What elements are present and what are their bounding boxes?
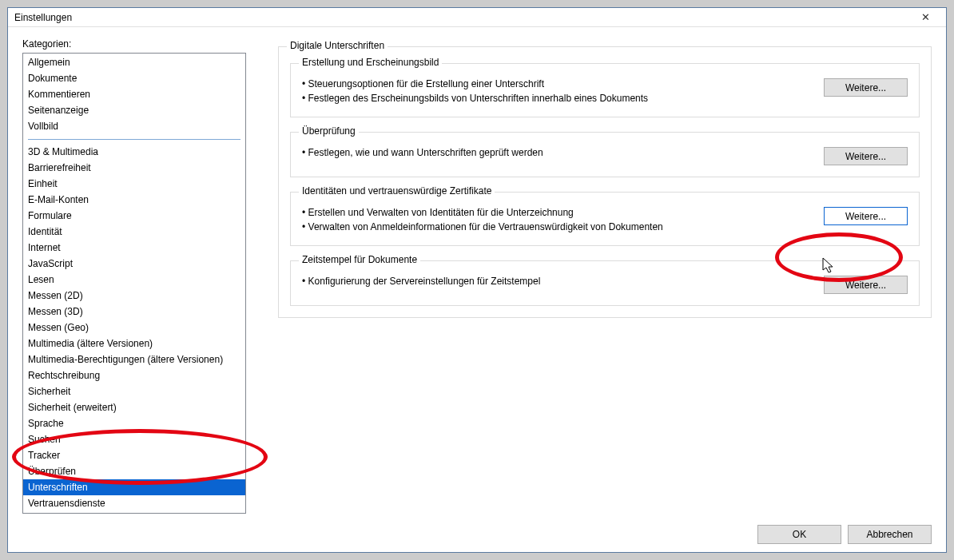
- category-item[interactable]: Tracker: [23, 447, 245, 463]
- category-item[interactable]: Einheit: [23, 176, 245, 192]
- group-description: • Erstellen und Verwalten von Identitäte…: [302, 205, 824, 234]
- bullet-text: • Festlegen, wie und wann Unterschriften…: [302, 145, 824, 160]
- settings-group: Zeitstempel für Dokumente• Konfigurierun…: [290, 260, 920, 306]
- category-item[interactable]: Multimedia-Berechtigungen (ältere Versio…: [23, 351, 245, 367]
- category-item[interactable]: Vollbild: [23, 118, 245, 134]
- more-button[interactable]: Weitere...: [824, 207, 908, 225]
- panel-title: Digitale Unterschriften: [287, 40, 388, 51]
- digital-signatures-group: Digitale Unterschriften Erstellung und E…: [278, 46, 932, 318]
- category-item[interactable]: Unterschriften: [23, 479, 245, 495]
- category-item[interactable]: Rechtschreibung: [23, 367, 245, 383]
- cancel-button[interactable]: Abbrechen: [848, 525, 932, 544]
- category-item[interactable]: Überprüfen: [23, 463, 245, 479]
- group-title: Überprüfung: [299, 125, 359, 137]
- settings-panel: Digitale Unterschriften Erstellung und E…: [278, 38, 932, 514]
- group-row: • Steuerungsoptionen für die Erstellung …: [302, 77, 908, 105]
- categories-label: Kategorien:: [22, 38, 246, 50]
- bullet-text: • Festlegen des Erscheinungsbilds von Un…: [302, 91, 824, 105]
- category-item[interactable]: Lesen: [23, 272, 245, 288]
- more-button[interactable]: Weitere...: [824, 276, 908, 294]
- categories-listbox[interactable]: AllgemeinDokumenteKommentierenSeitenanze…: [22, 53, 246, 514]
- category-item[interactable]: Dokumente: [23, 70, 245, 86]
- bullet-text: • Verwalten von Anmeldeinformationen für…: [302, 220, 824, 234]
- category-item[interactable]: Sicherheit: [23, 383, 245, 399]
- bullet-text: • Erstellen und Verwalten von Identitäte…: [302, 205, 824, 220]
- close-button[interactable]: ✕: [909, 9, 941, 26]
- group-description: • Konfigurierung der Servereinstellungen…: [302, 274, 824, 288]
- settings-dialog: Einstellungen ✕ Kategorien: AllgemeinDok…: [7, 7, 947, 553]
- category-item[interactable]: Messen (3D): [23, 304, 245, 320]
- category-item[interactable]: JavaScript: [23, 256, 245, 272]
- dialog-content: Kategorien: AllgemeinDokumenteKommentier…: [8, 27, 946, 552]
- category-item[interactable]: 3D & Multimedia: [23, 144, 245, 160]
- category-item[interactable]: Sicherheit (erweitert): [23, 399, 245, 415]
- bullet-text: • Konfigurierung der Servereinstellungen…: [302, 274, 824, 288]
- category-item[interactable]: Formulare: [23, 208, 245, 224]
- category-item[interactable]: Vertrauensdienste: [23, 495, 245, 511]
- group-title: Erstellung und Erscheinungsbild: [299, 57, 442, 68]
- more-button[interactable]: Weitere...: [824, 78, 908, 97]
- category-item[interactable]: Barrierefreiheit: [23, 160, 245, 176]
- dialog-title: Einstellungen: [14, 12, 909, 23]
- titlebar: Einstellungen ✕: [8, 8, 946, 27]
- category-separator: [28, 139, 240, 140]
- group-title: Zeitstempel für Dokumente: [299, 254, 420, 265]
- category-item[interactable]: Identität: [23, 224, 245, 240]
- category-item[interactable]: E-Mail-Konten: [23, 192, 245, 208]
- category-item[interactable]: Multimedia (ältere Versionen): [23, 336, 245, 351]
- category-item[interactable]: Internet: [23, 240, 245, 256]
- bullet-text: • Steuerungsoptionen für die Erstellung …: [302, 77, 824, 91]
- category-item[interactable]: Suchen: [23, 431, 245, 447]
- group-description: • Steuerungsoptionen für die Erstellung …: [302, 77, 824, 105]
- group-description: • Festlegen, wie und wann Unterschriften…: [302, 145, 824, 160]
- categories-panel: Kategorien: AllgemeinDokumenteKommentier…: [22, 38, 246, 514]
- category-item[interactable]: Kommentieren: [23, 86, 245, 102]
- group-title: Identitäten und vertrauenswürdige Zertif…: [299, 185, 495, 197]
- category-item[interactable]: Sprache: [23, 415, 245, 431]
- close-icon: ✕: [921, 11, 930, 23]
- group-row: • Konfigurierung der Servereinstellungen…: [302, 274, 908, 294]
- ok-button[interactable]: OK: [757, 525, 841, 544]
- settings-group: Erstellung und Erscheinungsbild• Steueru…: [290, 63, 920, 117]
- category-item[interactable]: Allgemein: [23, 54, 245, 70]
- settings-group: Identitäten und vertrauenswürdige Zertif…: [290, 192, 920, 246]
- group-row: • Erstellen und Verwalten von Identitäte…: [302, 205, 908, 234]
- category-item[interactable]: Messen (Geo): [23, 320, 245, 336]
- group-row: • Festlegen, wie und wann Unterschriften…: [302, 145, 908, 165]
- settings-group: Überprüfung• Festlegen, wie und wann Unt…: [290, 132, 920, 177]
- main-row: Kategorien: AllgemeinDokumenteKommentier…: [22, 38, 932, 514]
- dialog-footer: OK Abbrechen: [22, 514, 932, 544]
- category-item[interactable]: Seitenanzeige: [23, 102, 245, 118]
- category-item[interactable]: Messen (2D): [23, 288, 245, 304]
- more-button[interactable]: Weitere...: [824, 147, 908, 165]
